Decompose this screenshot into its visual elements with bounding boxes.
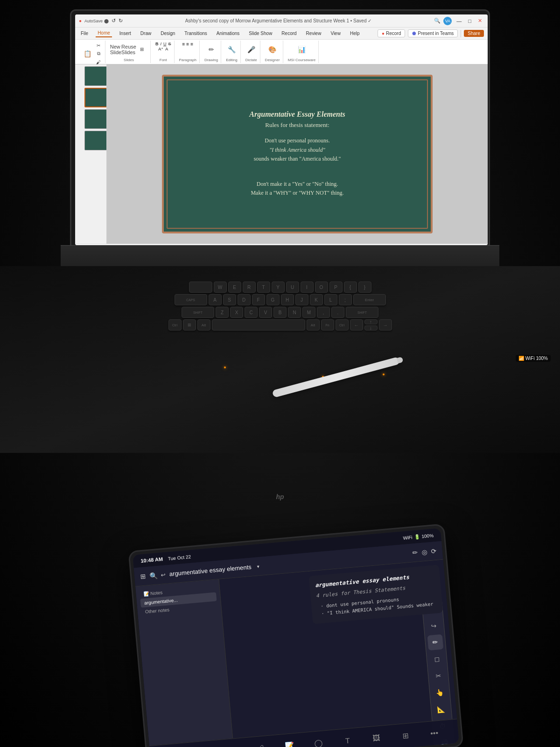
present-teams-button[interactable]: ⬟ Present in Teams — [408, 29, 458, 37]
reuse-slides-button[interactable]: ReuseSlides — [123, 44, 134, 55]
slide-thumbnail-37[interactable] — [84, 109, 107, 129]
tab-transitions[interactable]: Transitions — [182, 30, 209, 37]
key-alt-right[interactable]: Alt — [307, 319, 320, 331]
ios-tool-pencil[interactable]: 📝 — [282, 738, 298, 747]
font-color-button[interactable]: A — [165, 47, 168, 51]
tab-help[interactable]: Help — [348, 30, 362, 37]
ios-more-icon[interactable]: ⟳ — [431, 547, 437, 555]
key-y[interactable]: Y — [272, 282, 285, 293]
cut-button[interactable]: ✂ — [95, 42, 102, 49]
key-n[interactable]: N — [288, 307, 301, 318]
ios-tool-table[interactable]: ⊞ — [397, 727, 413, 744]
key-l[interactable]: L — [324, 294, 337, 305]
tab-insert[interactable]: Insert — [118, 30, 133, 37]
key-w[interactable]: W — [214, 282, 227, 293]
tab-draw[interactable]: Draw — [139, 30, 153, 37]
tab-view[interactable]: View — [329, 30, 343, 37]
underline-button[interactable]: U — [163, 42, 167, 46]
ios-share-icon[interactable]: ◎ — [421, 548, 427, 556]
italic-button[interactable]: I — [161, 42, 162, 46]
key-close-bracket[interactable]: } — [358, 282, 371, 293]
key-x[interactable]: X — [230, 307, 243, 318]
undo-icon[interactable]: ↺ — [112, 18, 116, 24]
align-center-button[interactable]: ≡ — [186, 42, 189, 47]
key-g[interactable]: G — [266, 294, 280, 305]
ios-tool-marker[interactable]: 🖊 — [253, 740, 269, 747]
key-ctrl-right[interactable]: Ctrl — [336, 319, 349, 331]
align-right-button[interactable]: ≡ — [190, 42, 193, 47]
tab-design[interactable]: Design — [159, 30, 177, 37]
font-size-button[interactable]: A⁺ — [158, 47, 163, 51]
key-d[interactable]: D — [238, 294, 251, 305]
key-down[interactable]: ↓ — [364, 325, 378, 331]
key-f[interactable]: F — [252, 294, 265, 305]
key-c[interactable]: C — [245, 307, 258, 318]
slide-thumbnail-36[interactable] — [84, 88, 107, 107]
msi-button[interactable]: 📊 — [296, 44, 307, 55]
eraser-tool[interactable]: ◻ — [429, 651, 445, 667]
key-j[interactable]: J — [295, 294, 308, 305]
key-e[interactable]: E — [228, 282, 241, 293]
key-up[interactable]: ↑ — [364, 319, 378, 324]
ios-dropdown-icon[interactable]: ▾ — [257, 564, 259, 569]
key-b[interactable]: B — [273, 307, 287, 318]
key-h[interactable]: H — [281, 294, 294, 305]
layout-button[interactable]: ⊞ — [136, 44, 147, 55]
paste-button[interactable]: 📋 — [82, 48, 93, 59]
tab-review[interactable]: Review — [304, 30, 323, 37]
key-s[interactable]: S — [223, 294, 236, 305]
search-icon[interactable]: 🔍 — [434, 18, 441, 24]
key-open-bracket[interactable]: { — [344, 282, 357, 293]
drawing-button[interactable]: ✏ — [206, 44, 217, 55]
key-capslock[interactable]: CAPS — [175, 294, 207, 305]
maximize-button[interactable]: □ — [466, 18, 473, 24]
key-o[interactable]: O — [315, 282, 328, 293]
key-ctrl[interactable]: Ctrl — [168, 319, 182, 331]
strikethrough-button[interactable]: S — [168, 42, 171, 46]
ios-tool-pen[interactable]: ✏ — [224, 743, 240, 747]
key-a[interactable]: A — [209, 294, 222, 305]
ios-pencil-icon[interactable]: ✏ — [412, 549, 418, 557]
key-p[interactable]: P — [329, 282, 343, 293]
ios-tool-shape[interactable]: ◯ — [310, 735, 327, 747]
key-shift-left[interactable]: SHIFT — [182, 307, 214, 318]
bold-button[interactable]: B — [155, 42, 159, 46]
ios-search-icon[interactable]: 🔍 — [149, 571, 157, 579]
key-semicolon[interactable]: ; — [339, 294, 352, 305]
key-fn[interactable]: Fn — [321, 319, 334, 331]
key-tab[interactable] — [189, 282, 212, 293]
record-button[interactable]: ● Record — [378, 29, 405, 37]
designer-button[interactable]: 🎨 — [267, 44, 278, 55]
ios-tool-image[interactable]: 🖼 — [368, 730, 385, 747]
key-left[interactable]: ← — [350, 319, 363, 331]
editing-button[interactable]: 🔧 — [226, 44, 237, 55]
ios-back-icon[interactable]: ⊞ — [140, 572, 146, 580]
key-comma[interactable]: , — [317, 307, 330, 318]
new-slide-button[interactable]: NewSlide — [110, 44, 121, 55]
key-r[interactable]: R — [243, 282, 256, 293]
key-shift-right[interactable]: SHIFT — [346, 307, 378, 318]
ios-tool-forward[interactable]: ➡ — [195, 745, 211, 747]
ios-tool-more[interactable]: ••• — [426, 725, 442, 741]
select-tool[interactable]: 👆 — [432, 684, 448, 701]
redo-icon[interactable]: ↻ — [119, 18, 123, 24]
key-win[interactable]: ⊞ — [183, 319, 196, 331]
tab-animations[interactable]: Animations — [215, 30, 241, 37]
slide-canvas[interactable]: Argumentative Essay Elements Rules for t… — [107, 64, 488, 244]
dictate-button[interactable]: 🎤 — [245, 44, 257, 55]
key-right[interactable]: → — [379, 319, 392, 331]
key-i[interactable]: I — [301, 282, 314, 293]
slide-thumbnail-35[interactable] — [84, 66, 107, 86]
key-k[interactable]: K — [310, 294, 323, 305]
tab-slideshow[interactable]: Slide Show — [247, 30, 274, 37]
redo-tool[interactable]: ↪ — [426, 618, 442, 634]
key-m[interactable]: M — [302, 307, 315, 318]
pen-tool[interactable]: ✏ — [427, 634, 444, 651]
copy-button[interactable]: ⧉ — [95, 50, 102, 57]
key-u[interactable]: U — [286, 282, 299, 293]
tab-home[interactable]: Home — [96, 29, 112, 37]
key-space[interactable] — [212, 319, 305, 331]
ruler-tool[interactable]: 📐 — [433, 701, 449, 718]
align-left-button[interactable]: ≡ — [182, 42, 185, 47]
key-enter[interactable]: Enter — [353, 294, 386, 305]
